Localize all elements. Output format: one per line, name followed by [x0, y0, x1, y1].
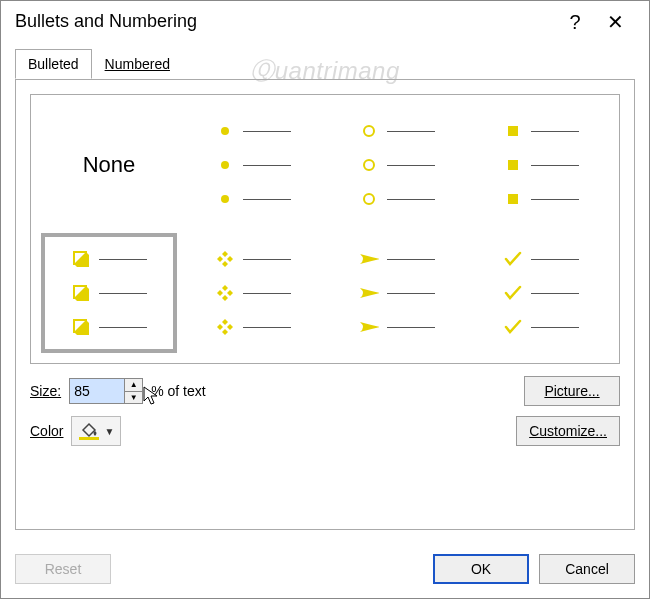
tab-bulleted[interactable]: Bulleted	[15, 49, 92, 79]
svg-point-3	[364, 126, 374, 136]
cancel-button[interactable]: Cancel	[539, 554, 635, 584]
arrowhead-icon	[359, 283, 379, 303]
none-label: None	[83, 152, 136, 178]
titlebar: Bullets and Numbering ? ✕	[1, 1, 649, 48]
size-suffix: % of text	[151, 383, 205, 399]
tab-panel-bulleted: None	[15, 79, 635, 530]
disc-icon	[215, 155, 235, 175]
ring-icon	[359, 155, 379, 175]
color-label: Color	[30, 423, 63, 439]
bullet-style-box3d[interactable]	[41, 233, 177, 353]
bullets-numbering-dialog: Bullets and Numbering ? ✕ Ⓠuantrimang Bu…	[0, 0, 650, 599]
size-spinbox[interactable]: ▲ ▼	[69, 378, 143, 404]
diamond4-icon	[215, 249, 235, 269]
bullet-style-diamond4[interactable]	[185, 233, 321, 353]
svg-rect-7	[508, 160, 518, 170]
bullet-style-square[interactable]	[473, 105, 609, 225]
tab-numbered[interactable]: Numbered	[92, 49, 183, 79]
size-label: Size:	[30, 383, 61, 399]
tab-strip: Bulleted Numbered	[15, 49, 635, 80]
svg-rect-8	[508, 194, 518, 204]
svg-point-1	[221, 161, 229, 169]
diamond4-icon	[215, 317, 235, 337]
svg-point-2	[221, 195, 229, 203]
arrowhead-icon	[359, 317, 379, 337]
help-button[interactable]: ?	[555, 12, 595, 32]
paint-bucket-icon	[78, 421, 100, 441]
disc-icon	[215, 189, 235, 209]
square-icon	[503, 189, 523, 209]
size-spin-up[interactable]: ▲	[125, 379, 142, 392]
arrowhead-icon	[359, 249, 379, 269]
size-input[interactable]	[70, 379, 124, 403]
svg-point-5	[364, 194, 374, 204]
svg-point-0	[221, 127, 229, 135]
ok-button[interactable]: OK	[433, 554, 529, 584]
bullet-style-none[interactable]: None	[41, 105, 177, 225]
reset-button: Reset	[15, 554, 111, 584]
disc-icon	[215, 121, 235, 141]
bottom-controls: Size: ▲ ▼ % of text Picture... Color	[30, 376, 620, 446]
chevron-down-icon: ▼	[104, 426, 114, 437]
check-icon	[503, 249, 523, 269]
square-icon	[503, 121, 523, 141]
picture-button[interactable]: Picture...	[524, 376, 620, 406]
customize-button[interactable]: Customize...	[516, 416, 620, 446]
bullet-style-grid: None	[41, 105, 609, 353]
ring-icon	[359, 121, 379, 141]
bullet-style-ring[interactable]	[329, 105, 465, 225]
bullet-style-arrowhead[interactable]	[329, 233, 465, 353]
color-dropdown[interactable]: ▼	[71, 416, 121, 446]
svg-rect-6	[508, 126, 518, 136]
dialog-buttonbar: Reset OK Cancel	[1, 544, 649, 598]
bullet-style-check[interactable]	[473, 233, 609, 353]
svg-rect-12	[79, 437, 99, 440]
dialog-title: Bullets and Numbering	[15, 11, 555, 32]
diamond4-icon	[215, 283, 235, 303]
size-spin-down[interactable]: ▼	[125, 392, 142, 404]
bullet-style-gallery: None	[30, 94, 620, 364]
box3d-icon	[71, 317, 91, 337]
check-icon	[503, 283, 523, 303]
svg-point-4	[364, 160, 374, 170]
dialog-content: Bulleted Numbered None	[1, 48, 649, 544]
bullet-style-disc[interactable]	[185, 105, 321, 225]
box3d-icon	[71, 249, 91, 269]
ring-icon	[359, 189, 379, 209]
check-icon	[503, 317, 523, 337]
box3d-icon	[71, 283, 91, 303]
close-button[interactable]: ✕	[595, 12, 635, 32]
square-icon	[503, 155, 523, 175]
